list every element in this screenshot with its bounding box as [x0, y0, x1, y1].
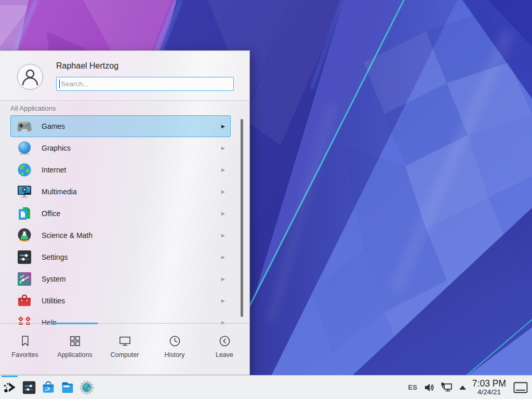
leave-icon	[218, 334, 232, 348]
grid-icon	[68, 334, 82, 348]
launcher-tab-bar: Favorites Applications Computer	[0, 323, 249, 368]
dolphin-file-manager-button[interactable]	[58, 376, 77, 399]
submenu-arrow-icon: ▶	[221, 298, 225, 303]
digital-clock[interactable]: 7:03 PM 4/24/21	[472, 379, 506, 396]
gamepad-icon	[16, 118, 33, 135]
user-name: Raphael Hertzog	[56, 61, 118, 71]
menu-item-multimedia[interactable]: Multimedia ▶	[10, 181, 231, 203]
launcher-header: Raphael Hertzog	[0, 51, 249, 101]
menu-item-graphics[interactable]: Graphics ▶	[10, 137, 231, 159]
documents-icon	[16, 205, 33, 222]
tab-favorites[interactable]: Favorites	[0, 324, 50, 368]
system-sliders-icon	[16, 271, 33, 287]
application-launcher-button[interactable]	[0, 376, 19, 399]
menu-item-system[interactable]: System ▶	[10, 268, 231, 290]
network-icon[interactable]	[441, 381, 453, 394]
system-settings-icon	[21, 380, 37, 395]
konqueror-browser-button[interactable]	[77, 376, 96, 399]
menu-item-science-math[interactable]: Science & Math ▶	[10, 224, 231, 246]
section-label: All Applications	[10, 104, 56, 112]
kde-launcher-icon	[2, 380, 18, 395]
menu-item-internet[interactable]: Internet ▶	[10, 159, 231, 181]
blue-sphere-icon	[16, 140, 33, 156]
globe-icon	[16, 162, 33, 178]
taskbar-panel: ES 7:03 PM 4/24/21	[0, 375, 532, 399]
volume-icon[interactable]	[423, 382, 435, 393]
tab-leave[interactable]: Leave	[200, 324, 249, 368]
tab-label: Computer	[111, 351, 139, 358]
menu-item-label: Settings	[42, 253, 68, 261]
menu-item-label: Graphics	[42, 144, 71, 152]
system-settings-button[interactable]	[19, 376, 38, 399]
search-box	[56, 77, 234, 91]
tab-label: History	[165, 351, 185, 358]
application-category-list: Games ▶ Graphics ▶ Internet ▶	[0, 115, 249, 325]
submenu-arrow-icon: ▶	[221, 211, 225, 216]
application-launcher-menu: Raphael Hertzog All Applications Games ▶	[0, 50, 250, 375]
discover-button[interactable]	[38, 376, 58, 399]
menu-item-utilities[interactable]: Utilities ▶	[10, 290, 231, 312]
submenu-arrow-icon: ▶	[221, 255, 225, 260]
system-tray: ES 7:03 PM 4/24/21	[408, 376, 532, 399]
menu-item-label: Utilities	[42, 297, 65, 305]
submenu-arrow-icon: ▶	[221, 124, 225, 129]
tab-label: Leave	[216, 351, 233, 358]
menu-item-label: Office	[42, 209, 60, 218]
menu-item-office[interactable]: Office ▶	[10, 203, 231, 224]
submenu-arrow-icon: ▶	[221, 145, 225, 151]
submenu-arrow-icon: ▶	[221, 189, 225, 194]
clock-time: 7:03 PM	[472, 379, 506, 388]
menu-item-label: Internet	[42, 166, 66, 174]
menu-item-settings[interactable]: Settings ▶	[10, 246, 231, 268]
user-avatar-icon[interactable]	[17, 64, 43, 90]
submenu-arrow-icon: ▶	[221, 167, 225, 172]
discover-icon	[41, 380, 56, 395]
submenu-arrow-icon: ▶	[221, 276, 225, 282]
menu-item-label: System	[42, 275, 66, 283]
keyboard-layout-indicator[interactable]: ES	[408, 383, 417, 391]
computer-icon	[118, 334, 132, 348]
menu-item-label: Games	[42, 122, 65, 130]
tab-history[interactable]: History	[150, 324, 200, 368]
show-desktop-widget[interactable]	[513, 382, 528, 393]
flask-icon	[16, 227, 33, 244]
tab-applications[interactable]: Applications	[50, 324, 100, 368]
list-scrollbar[interactable]	[241, 119, 243, 317]
tab-computer[interactable]: Computer	[100, 324, 150, 368]
folder-icon	[60, 380, 75, 395]
menu-item-games[interactable]: Games ▶	[10, 115, 231, 137]
konqueror-globe-icon	[79, 380, 95, 395]
monitor-play-icon	[16, 183, 33, 200]
clock-icon	[168, 334, 182, 348]
menu-item-label: Science & Math	[42, 231, 92, 240]
tab-label: Applications	[57, 351, 92, 358]
search-input[interactable]	[60, 78, 228, 90]
bookmark-icon	[18, 334, 32, 348]
menu-item-label: Multimedia	[42, 188, 77, 196]
toolbox-icon	[16, 292, 33, 309]
expand-tray-caret-icon[interactable]	[459, 385, 467, 390]
tab-label: Favorites	[11, 351, 38, 358]
sliders-icon	[16, 249, 33, 265]
submenu-arrow-icon: ▶	[221, 233, 225, 238]
clock-date: 4/24/21	[472, 389, 506, 396]
